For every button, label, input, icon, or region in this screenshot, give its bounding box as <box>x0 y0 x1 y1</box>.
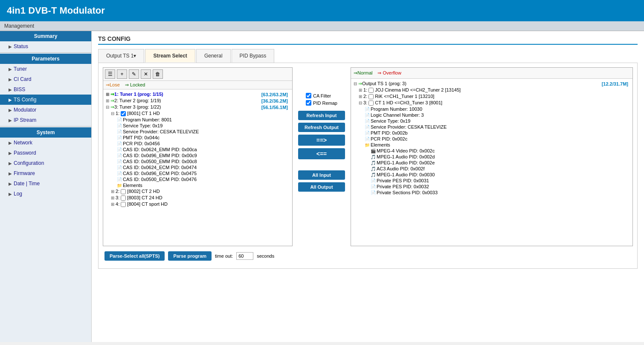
tree-item-pcr-pid: 📄 PCR PID: 0x0456 <box>105 141 290 147</box>
tab-output-ts1[interactable]: Output TS 1▾ <box>98 49 144 63</box>
prog8002-checkbox[interactable] <box>121 189 126 194</box>
prog8001-checkbox[interactable] <box>121 111 126 116</box>
locked-status: ⇒ Locked <box>125 82 145 88</box>
all-output-button[interactable]: All Output <box>298 182 345 192</box>
tree-item-ac3-audio: 🎵 AC3 Audio PID: 0x002f <box>353 166 631 172</box>
parse-program-button[interactable]: Parse program <box>168 251 212 261</box>
tab-pid-bypass[interactable]: PID Bypass <box>232 49 275 63</box>
right-tree-content[interactable]: ⊟ ⇒Output TS 1 (prog: 3) [12.2/31.7M] ⊞ … <box>351 79 632 245</box>
tree-item-rik[interactable]: ⊞ 2: RiK <=CH1_Tuner 1 [13210] <box>353 93 631 100</box>
divider2 <box>0 126 91 126</box>
normal-status: ⇒Normal <box>354 70 372 76</box>
prog8004-checkbox[interactable] <box>121 202 126 207</box>
app-title: 4in1 DVB-T Modulator <box>7 5 105 16</box>
rik-checkbox[interactable] <box>368 94 374 99</box>
tree-item-prog8004[interactable]: ⊞ 4: [8004] CT sport HD <box>105 201 290 207</box>
refresh-output-button[interactable]: Refresh Output <box>298 123 345 132</box>
left-tree-panel: ☰ + ✎ ✕ 🗑 ⇒Lose ⇒ Locked <box>103 67 293 246</box>
ct1-checkbox[interactable] <box>368 101 374 106</box>
page-title: TS CONFIG <box>98 35 638 45</box>
sidebar-item-biss[interactable]: ▶ BISS <box>0 84 91 95</box>
pid-remap-label: PID Remap <box>313 101 337 106</box>
sidebar-item-ci-card[interactable]: ▶ CI Card <box>0 74 91 84</box>
sidebar-section-summary: Summary <box>0 31 91 41</box>
arrow-right-button[interactable]: ==> <box>298 135 345 146</box>
sidebar-section-system: System <box>0 127 91 138</box>
app-header: 4in1 DVB-T Modulator <box>0 0 644 21</box>
tree-item-cas4: 📄 CAS ID: 0x0624_ECM PID: 0x0474 <box>105 164 290 170</box>
tree-item-logic-channel: 📄 Logic Channel Number: 3 <box>353 112 631 118</box>
parse-select-all-button[interactable]: Parse-Select all(SPTS) <box>104 251 165 261</box>
sidebar-item-password[interactable]: ▶ Password <box>0 148 91 158</box>
tree-item-service-provider-out: 📄 Service Provider: CESKA TELEVIZE <box>353 124 631 130</box>
sidebar-item-modulator[interactable]: ▶ Modulator <box>0 105 91 115</box>
sidebar-item-status[interactable]: ▶ Status <box>0 41 91 52</box>
tree-item-mpeg1-audio1: 🎵 MPEG-1 Audio PID: 0x002d <box>353 154 631 160</box>
seconds-label: seconds <box>257 253 274 259</box>
tree-item-elements-out[interactable]: 📁 Elements <box>353 142 631 148</box>
lose-status: ⇒Lose <box>106 82 120 88</box>
tree-item-tuner3[interactable]: ⊟ ⇒3: Tuner 3 (prog: 1/22) [56.1/56.1M] <box>105 104 290 110</box>
tree-item-tuner1[interactable]: ⊞ ⇒1: Tuner 1 (prog: 1/15) [63.2/63.2M] <box>105 91 290 98</box>
left-toolbar: ☰ + ✎ ✕ 🗑 <box>103 68 292 81</box>
ca-filter-item: CA Filter <box>306 93 337 98</box>
tree-item-cas2: 📄 CAS ID: 0x0d96_EMM PID: 0x00c9 <box>105 152 290 158</box>
sidebar-item-firmware[interactable]: ▶ Firmware <box>0 168 91 178</box>
left-tree-content[interactable]: ⊞ ⇒1: Tuner 1 (prog: 1/15) [63.2/63.2M] … <box>103 89 292 243</box>
tree-item-private-pes1: 📄 Private PES PID: 0x0031 <box>353 178 631 184</box>
tree-item-tuner2[interactable]: ⊞ ⇒2: Tuner 2 (prog: 1/19) [36.2/36.2M] <box>105 98 290 104</box>
tree-item-pmt-pid: 📄 PMT PID: 0x044c <box>105 135 290 141</box>
tree-item-mpeg4-video: 🎬 MPEG-4 Video PID: 0x002c <box>353 148 631 154</box>
pid-remap-checkbox[interactable] <box>306 100 311 106</box>
sidebar-item-configuration[interactable]: ▶ Configuration <box>0 158 91 168</box>
delete-x-button[interactable]: ✕ <box>141 69 151 79</box>
tree-item-prog8002[interactable]: ⊞ 2: [8002] CT 2 HD <box>105 188 290 195</box>
tree-item-mpeg1-audio3: 🎵 MPEG-1 Audio PID: 0x0030 <box>353 172 631 178</box>
tree-item-private-sections: 📄 Private Sections PID: 0x0033 <box>353 190 631 196</box>
tree-item-joj[interactable]: ⊞ 1: JOJ Cinema HD <=CH2_Tuner 2 [13145] <box>353 87 631 93</box>
tree-item-prog8003[interactable]: ⊞ 3: [8003] CT 24 HD <box>105 195 290 201</box>
tree-item-ct1[interactable]: ⊟ 3: CT 1 HD <=CH3_Tuner 3 [8001] <box>353 100 631 106</box>
ca-filter-checkbox[interactable] <box>306 93 311 98</box>
tab-content: ☰ + ✎ ✕ 🗑 ⇒Lose ⇒ Locked <box>98 63 638 269</box>
tab-stream-select[interactable]: Stream Select <box>145 49 195 63</box>
refresh-input-button[interactable]: Refresh Input <box>298 111 345 120</box>
right-status-bar: ⇒Normal ⇒ Overflow <box>351 68 632 79</box>
sidebar-item-ip-stream[interactable]: ▶ IP Stream <box>0 115 91 125</box>
tree-item-prog-number-out: 📄 Program Number: 10030 <box>353 106 631 112</box>
sidebar-item-ts-config[interactable]: ▶ TS Config <box>0 95 91 105</box>
add-button[interactable]: + <box>117 69 127 79</box>
tree-item-service-type: 📄 Service Type: 0x19 <box>105 123 290 129</box>
tabs-bar: Output TS 1▾ Stream Select General PID B… <box>98 49 638 63</box>
tree-item-elements[interactable]: 📁 Elements <box>105 182 290 188</box>
arrow-left-button[interactable]: <== <box>298 148 345 159</box>
edit-button[interactable]: ✎ <box>129 69 139 79</box>
prog8003-checkbox[interactable] <box>121 196 126 201</box>
tree-item-prog8001[interactable]: ⊟ 1: [8001] CT 1 HD <box>105 110 290 117</box>
bottom-bar: Parse-Select all(SPTS) Parse program tim… <box>103 248 633 264</box>
tab-general[interactable]: General <box>196 49 231 63</box>
sidebar: Summary ▶ Status Parameters ▶ Tuner ▶ CI… <box>0 31 92 342</box>
timeout-input[interactable] <box>236 252 253 260</box>
all-input-button[interactable]: All Input <box>298 170 345 180</box>
checkbox-row: CA Filter PID Remap <box>306 93 337 106</box>
joj-checkbox[interactable] <box>368 88 374 93</box>
overflow-status: ⇒ Overflow <box>377 70 401 76</box>
tree-item-pcr-pid-out: 📄 PCR PID: 0x002c <box>353 136 631 142</box>
navbar: Management <box>0 21 644 31</box>
sidebar-item-network[interactable]: ▶ Network <box>0 138 91 148</box>
sidebar-item-tuner[interactable]: ▶ Tuner <box>0 64 91 74</box>
arrow-icon: ▶ <box>9 44 12 49</box>
delete-bin-button[interactable]: 🗑 <box>153 69 163 79</box>
tree-item-pmt-pid-out: 📄 PMT PID: 0x002b <box>353 130 631 136</box>
list-button[interactable]: ☰ <box>105 69 115 79</box>
tree-item-private-pes2: 📄 Private PES PID: 0x0032 <box>353 184 631 190</box>
nav-management[interactable]: Management <box>4 23 34 29</box>
tree-item-cas3: 📄 CAS ID: 0x0500_EMM PID: 0x00c8 <box>105 158 290 164</box>
tree-item-cas6: 📄 CAS ID: 0x0500_ECM PID: 0x0476 <box>105 176 290 182</box>
tree-item-output-ts1[interactable]: ⊟ ⇒Output TS 1 (prog: 3) [12.2/31.7M] <box>353 80 631 87</box>
stream-select-layout: ☰ + ✎ ✕ 🗑 ⇒Lose ⇒ Locked <box>103 67 633 246</box>
sidebar-item-date-time[interactable]: ▶ Date | Time <box>0 178 91 189</box>
tree-item-service-provider: 📄 Service Provider: CESKA TELEVIZE <box>105 129 290 135</box>
sidebar-item-log[interactable]: ▶ Log <box>0 189 91 199</box>
